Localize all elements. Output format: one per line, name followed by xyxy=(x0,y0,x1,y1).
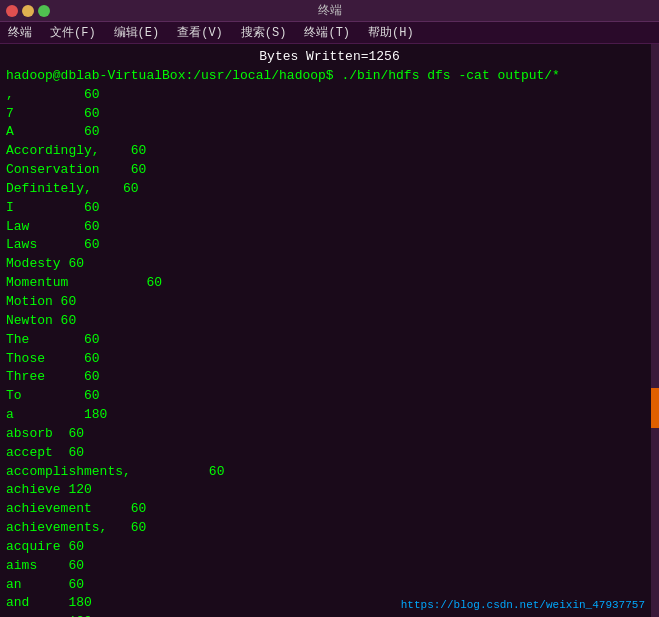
output-line: Accordingly, 60 xyxy=(6,142,653,161)
window-title: 终端 xyxy=(50,2,609,19)
output-line: Motion 60 xyxy=(6,293,653,312)
maximize-button[interactable] xyxy=(38,5,50,17)
output-line: Law 60 xyxy=(6,218,653,237)
title-bar-buttons[interactable] xyxy=(6,5,50,17)
output-line: are 120 xyxy=(6,613,653,617)
bytes-line: Bytes Written=1256 xyxy=(6,48,653,67)
output-line: achievements, 60 xyxy=(6,519,653,538)
output-line: A 60 xyxy=(6,123,653,142)
menu-bar: 终端文件(F)编辑(E)查看(V)搜索(S)终端(T)帮助(H) xyxy=(0,22,659,44)
output-line: Three 60 xyxy=(6,368,653,387)
output-line: acquire 60 xyxy=(6,538,653,557)
menu-item[interactable]: 文件(F) xyxy=(46,22,100,43)
output-line: 7 60 xyxy=(6,105,653,124)
output-line: absorb 60 xyxy=(6,425,653,444)
minimize-button[interactable] xyxy=(22,5,34,17)
menu-item[interactable]: 编辑(E) xyxy=(110,22,164,43)
output-line: a 180 xyxy=(6,406,653,425)
output-line: Newton 60 xyxy=(6,312,653,331)
output-container: , 607 60A 60Accordingly, 60Conservation … xyxy=(6,86,653,617)
output-line: , 60 xyxy=(6,86,653,105)
output-line: accomplishments, 60 xyxy=(6,463,653,482)
output-line: I 60 xyxy=(6,199,653,218)
output-line: achieve 120 xyxy=(6,481,653,500)
output-line: Definitely, 60 xyxy=(6,180,653,199)
scrollbar-thumb[interactable] xyxy=(651,388,659,428)
close-button[interactable] xyxy=(6,5,18,17)
output-line: To 60 xyxy=(6,387,653,406)
output-line: Modesty 60 xyxy=(6,255,653,274)
output-line: The 60 xyxy=(6,331,653,350)
menu-item[interactable]: 终端 xyxy=(4,22,36,43)
prompt-line: hadoop@dblab-VirtualBox:/usr/local/hadoo… xyxy=(6,67,653,86)
output-line: achievement 60 xyxy=(6,500,653,519)
output-line: an 60 xyxy=(6,576,653,595)
output-line: Momentum 60 xyxy=(6,274,653,293)
menu-item[interactable]: 搜索(S) xyxy=(237,22,291,43)
output-line: Those 60 xyxy=(6,350,653,369)
title-bar: 终端 xyxy=(0,0,659,22)
menu-item[interactable]: 查看(V) xyxy=(173,22,227,43)
output-line: Laws 60 xyxy=(6,236,653,255)
terminal-body[interactable]: Bytes Written=1256 hadoop@dblab-VirtualB… xyxy=(0,44,659,617)
menu-item[interactable]: 帮助(H) xyxy=(364,22,418,43)
scrollbar[interactable] xyxy=(651,44,659,617)
menu-item[interactable]: 终端(T) xyxy=(300,22,354,43)
watermark: https://blog.csdn.net/weixin_47937757 xyxy=(401,599,645,611)
output-line: Conservation 60 xyxy=(6,161,653,180)
output-line: aims 60 xyxy=(6,557,653,576)
output-line: accept 60 xyxy=(6,444,653,463)
